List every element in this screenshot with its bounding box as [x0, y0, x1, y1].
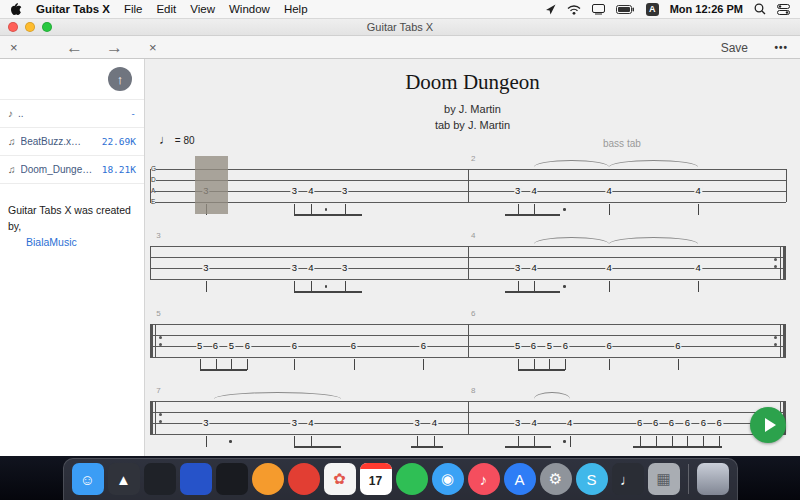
fret-number[interactable]: 6: [562, 341, 569, 351]
play-button[interactable]: [750, 407, 786, 443]
dock-trash-icon[interactable]: [697, 463, 729, 495]
fret-number[interactable]: 4: [530, 186, 537, 196]
fret-number[interactable]: 6: [350, 341, 357, 351]
fret-number[interactable]: 6: [636, 418, 643, 428]
file-row[interactable]: ♪..-: [0, 100, 144, 128]
menu-edit[interactable]: Edit: [156, 3, 176, 15]
fret-number[interactable]: 4: [307, 418, 314, 428]
fret-number[interactable]: 3: [291, 418, 298, 428]
fret-number[interactable]: 4: [307, 263, 314, 273]
dock-finder-icon[interactable]: ☺: [72, 463, 104, 495]
note-stem: [423, 359, 424, 370]
fret-number[interactable]: 6: [716, 418, 723, 428]
location-icon[interactable]: [545, 4, 556, 15]
menu-file[interactable]: File: [124, 3, 143, 15]
input-source-icon[interactable]: A: [646, 3, 659, 16]
fret-number[interactable]: 6: [530, 341, 537, 351]
selection-highlight[interactable]: [195, 156, 228, 214]
fret-number[interactable]: 6: [606, 341, 613, 351]
guitar-tabs-x-glyph: ♩: [620, 471, 635, 488]
dock-blue-app-icon[interactable]: [180, 463, 212, 495]
fret-number[interactable]: 3: [291, 263, 298, 273]
fret-number[interactable]: 4: [606, 263, 613, 273]
fret-number[interactable]: 4: [695, 263, 702, 273]
credit-link[interactable]: BialaMusic: [26, 235, 77, 251]
fret-number[interactable]: 5: [514, 341, 521, 351]
fret-number[interactable]: 6: [700, 418, 707, 428]
apple-logo-icon[interactable]: [10, 3, 22, 16]
fret-number[interactable]: 3: [514, 263, 521, 273]
close-tab-icon[interactable]: ×: [149, 36, 157, 59]
fret-number[interactable]: 3: [341, 186, 348, 196]
search-icon[interactable]: [754, 3, 766, 15]
amp-app-glyph: ▦: [656, 470, 670, 488]
note-stem: [609, 281, 610, 292]
fret-number[interactable]: 3: [291, 186, 298, 196]
dock-safari-icon[interactable]: ◉: [432, 463, 464, 495]
fret-number[interactable]: 4: [695, 186, 702, 196]
dock-guitar-tabs-x-icon[interactable]: ♩: [612, 463, 644, 495]
fret-number[interactable]: 6: [674, 341, 681, 351]
dock-red-app-icon[interactable]: [288, 463, 320, 495]
menu-view[interactable]: View: [190, 3, 215, 15]
dock-green-app-icon[interactable]: [396, 463, 428, 495]
note-icon: ♫: [8, 164, 16, 175]
fret-number[interactable]: 3: [202, 418, 209, 428]
forward-arrow-icon[interactable]: →: [106, 36, 123, 59]
fret-number[interactable]: 6: [652, 418, 659, 428]
fret-number[interactable]: 5: [196, 341, 203, 351]
fret-number[interactable]: 4: [606, 186, 613, 196]
control-center-icon[interactable]: [777, 4, 790, 15]
close-window-button[interactable]: [8, 22, 18, 32]
fret-number[interactable]: 4: [566, 418, 573, 428]
fret-number[interactable]: 3: [514, 418, 521, 428]
dock-dark-app-2-icon[interactable]: [216, 463, 248, 495]
dock-amp-app-icon[interactable]: ▦: [648, 463, 680, 495]
back-arrow-icon[interactable]: ←: [66, 36, 83, 59]
dock-dark-app-icon[interactable]: [144, 463, 176, 495]
menu-window[interactable]: Window: [229, 3, 270, 15]
fret-number[interactable]: 3: [202, 263, 209, 273]
fret-number[interactable]: 6: [668, 418, 675, 428]
zoom-window-button[interactable]: [42, 22, 52, 32]
dock-rocket-app-icon[interactable]: ▲: [108, 463, 140, 495]
file-row[interactable]: ♫Doom_Dunge…18.21K: [0, 156, 144, 184]
fret-number[interactable]: 6: [212, 341, 219, 351]
fret-number[interactable]: 3: [341, 263, 348, 273]
menu-app-name[interactable]: Guitar Tabs X: [36, 3, 110, 15]
close-file-icon[interactable]: ×: [10, 36, 18, 59]
fret-number[interactable]: 3: [514, 186, 521, 196]
fret-number[interactable]: 6: [420, 341, 427, 351]
fret-number[interactable]: 4: [530, 263, 537, 273]
fret-number[interactable]: 4: [431, 418, 438, 428]
dock-settings-icon[interactable]: ⚙: [540, 463, 572, 495]
dock-app-store-icon[interactable]: A: [504, 463, 536, 495]
fret-number[interactable]: 4: [307, 186, 314, 196]
fret-number[interactable]: 4: [530, 418, 537, 428]
minimize-window-button[interactable]: [25, 22, 35, 32]
fret-number[interactable]: 5: [546, 341, 553, 351]
fret-number[interactable]: 5: [228, 341, 235, 351]
file-row[interactable]: ♫BeatBuzz.x…22.69K: [0, 128, 144, 156]
dock-orange-app-icon[interactable]: [252, 463, 284, 495]
save-button[interactable]: Save: [721, 36, 748, 59]
fret-number[interactable]: 6: [291, 341, 298, 351]
dock-photos-icon[interactable]: ✿: [324, 463, 356, 495]
note-stem: [534, 204, 535, 215]
fret-number[interactable]: 6: [684, 418, 691, 428]
dock-calendar-icon[interactable]: 17: [360, 463, 392, 495]
fret-number[interactable]: 3: [413, 418, 420, 428]
dock-skype-icon[interactable]: S: [576, 463, 608, 495]
menu-help[interactable]: Help: [284, 3, 308, 15]
fret-number[interactable]: 6: [244, 341, 251, 351]
menu-clock[interactable]: Mon 12:26 PM: [670, 3, 743, 15]
more-options-button[interactable]: •••: [774, 36, 788, 59]
calendar-glyph: 17: [369, 474, 382, 488]
wifi-icon[interactable]: [567, 4, 581, 15]
battery-icon[interactable]: [616, 5, 635, 14]
upload-arrow-icon: ↑: [117, 72, 124, 87]
window-title: Guitar Tabs X: [0, 21, 800, 33]
dock-music-icon[interactable]: ♪: [468, 463, 500, 495]
display-icon[interactable]: [592, 4, 605, 15]
upload-button[interactable]: ↑: [108, 67, 132, 91]
